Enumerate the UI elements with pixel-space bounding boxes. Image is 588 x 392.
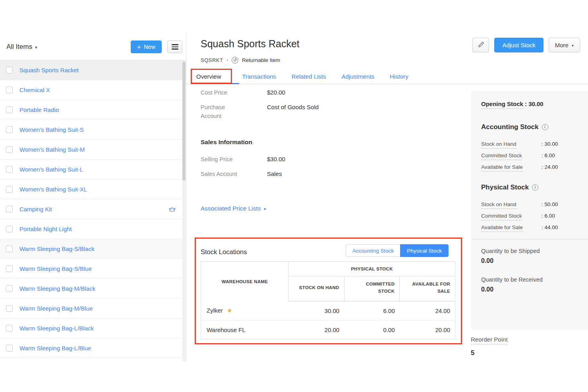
chevron-down-icon: ▾ <box>572 43 574 48</box>
item-label: Portable Radio <box>19 106 59 113</box>
item-label: Warm Sleeping Bag-M/Black <box>19 285 95 292</box>
list-item-portable-radio[interactable]: Portable Radio <box>0 100 186 120</box>
hamburger-icon <box>172 44 178 49</box>
item-checkbox[interactable] <box>6 106 13 113</box>
edit-item-button[interactable] <box>472 38 489 52</box>
list-item-womens-bathing-suit-m[interactable]: Women's Bathing Suit-M <box>0 140 186 160</box>
stat-value: : 6.00 <box>542 153 555 158</box>
item-checkbox[interactable] <box>6 87 13 93</box>
list-item-chemical-x[interactable]: Chemical X <box>0 80 186 100</box>
item-checkbox[interactable] <box>6 67 13 73</box>
stat-label: Stock on Hand <box>481 141 542 147</box>
item-label: Warm Sleeping Bag-L/Black <box>19 325 94 332</box>
list-item-womens-bathing-suit-xl[interactable]: Women's Bathing Suit-XL <box>0 180 186 199</box>
list-item-warm-sleeping-bag-l-blue[interactable]: Warm Sleeping Bag-L/Blue <box>0 338 186 358</box>
stock-on-hand-header: STOCK ON HAND <box>289 276 344 301</box>
item-checkbox[interactable] <box>6 305 13 312</box>
item-label: Warm Sleeping Bag-L/Blue <box>19 345 91 351</box>
reorder-point-value: 5 <box>471 349 508 357</box>
stat-value: : 44.00 <box>542 224 558 230</box>
sidebar-header: All Items ▾ + New <box>0 34 186 60</box>
info-icon[interactable] <box>532 184 538 191</box>
item-list: Squash Sports Racket Chemical X Portable… <box>0 60 186 358</box>
chevron-down-icon: ▾ <box>35 44 37 50</box>
physical-stock-toggle[interactable]: Physical Stock <box>400 244 449 257</box>
item-checkbox[interactable] <box>6 126 13 133</box>
stock-on-hand-cell: 30.00 <box>289 301 344 321</box>
available-for-sale-cell: 20.00 <box>400 321 455 340</box>
tab-history[interactable]: History <box>390 69 408 84</box>
stat-row: Committed Stock : 6.00 <box>481 213 580 219</box>
stat-label: Committed Stock <box>481 153 542 158</box>
primary-warehouse-star-icon: ★ <box>227 307 232 314</box>
reorder-point-label: Reorder Point <box>471 336 508 343</box>
active-tab-underline <box>191 83 239 84</box>
item-checkbox[interactable] <box>6 245 13 252</box>
list-item-portable-night-light[interactable]: Portable Night Light <box>0 219 186 239</box>
tab-adjustments[interactable]: Adjustments <box>342 69 375 84</box>
list-item-womens-bathing-suit-s[interactable]: Women's Bathing Suit-S <box>0 120 186 140</box>
tab-transactions[interactable]: Transactions <box>242 69 276 84</box>
quantity-to-be-shipped-label: Quantity to be Shipped <box>481 248 580 254</box>
item-label: Chemical X <box>19 87 50 93</box>
list-item-camping-kit[interactable]: Camping Kit <box>0 199 186 219</box>
item-checkbox[interactable] <box>6 146 13 153</box>
stock-locations-heading: Stock Locations <box>201 248 247 256</box>
list-item-warm-sleeping-bag-s-blue[interactable]: Warm Sleeping Bag-S/Blue <box>0 259 186 279</box>
item-label: Women's Bathing Suit-XL <box>19 186 87 193</box>
tab-overview[interactable]: Overview <box>191 69 227 84</box>
list-item-warm-sleeping-bag-s-black[interactable]: Warm Sleeping Bag-S/Black <box>0 239 186 259</box>
detail-row-sales-account: Sales Account Sales <box>201 170 439 178</box>
adjust-stock-button[interactable]: Adjust Stock <box>494 38 543 52</box>
stat-row: Available for Sale : 44.00 <box>481 224 580 230</box>
items-filter-dropdown[interactable]: All Items ▾ <box>6 43 37 51</box>
associated-price-lists-link[interactable]: Associated Price Lists ▸ <box>201 205 266 212</box>
bullet-separator: • <box>226 58 228 62</box>
returnable-item-badge: Returnable Item <box>242 57 280 63</box>
chevron-right-icon: ▸ <box>264 206 267 211</box>
detail-value: Sales <box>267 170 282 178</box>
warehouse-name-cell: Zylker ★ <box>201 301 289 321</box>
item-label: Warm Sleeping Bag-S/Black <box>19 245 95 252</box>
detail-value: $20.00 <box>267 88 285 97</box>
list-options-button[interactable] <box>167 41 182 53</box>
new-item-button[interactable]: + New <box>131 41 162 53</box>
item-checkbox[interactable] <box>6 285 13 292</box>
new-item-label: New <box>144 44 155 50</box>
list-item-womens-bathing-suit-l[interactable]: Women's Bathing Suit-L <box>0 160 186 180</box>
sidebar-scrollbar-thumb[interactable] <box>182 62 186 181</box>
item-checkbox[interactable] <box>6 166 13 173</box>
item-checkbox[interactable] <box>6 345 13 351</box>
info-icon[interactable] <box>542 124 548 130</box>
summary-divider <box>471 239 588 239</box>
item-checkbox[interactable] <box>6 226 13 232</box>
plus-icon: + <box>137 44 141 50</box>
item-checkbox[interactable] <box>6 186 13 193</box>
physical-stock-group-header: PHYSICAL STOCK <box>289 262 455 276</box>
sidebar-scrollbar-track[interactable] <box>182 61 186 361</box>
item-checkbox[interactable] <box>6 206 13 212</box>
stat-row: Committed Stock : 6.00 <box>481 153 580 158</box>
physical-stock-heading: Physical Stock <box>481 183 580 191</box>
stock-view-toggle: Accounting Stock Physical Stock <box>346 244 449 257</box>
more-button[interactable]: More ▾ <box>549 38 580 52</box>
item-details: Cost Price $20.00 Purchase Account Cost … <box>201 88 439 184</box>
list-item-warm-sleeping-bag-l-black[interactable]: Warm Sleeping Bag-L/Black <box>0 319 186 338</box>
item-label: Women's Bathing Suit-M <box>19 146 85 153</box>
accounting-stock-toggle[interactable]: Accounting Stock <box>346 244 400 257</box>
items-sidebar: All Items ▾ + New Squash Sports Racket <box>0 34 186 362</box>
returnable-item-icon: ↺ <box>232 57 238 64</box>
detail-label: Purchase Account <box>201 103 267 120</box>
tab-related-lists[interactable]: Related Lists <box>292 69 326 84</box>
opening-stock: Opening Stock : 30.00 <box>481 100 580 107</box>
stat-row: Stock on Hand : 30.00 <box>481 141 580 147</box>
item-checkbox[interactable] <box>6 325 13 332</box>
detail-label: Sales Account <box>201 170 267 178</box>
item-label: Warm Sleeping Bag-S/Blue <box>19 265 92 272</box>
zoho-inventory-app: All Items ▾ + New Squash Sports Racket <box>0 0 588 392</box>
list-item-warm-sleeping-bag-m-blue[interactable]: Warm Sleeping Bag-M/Blue <box>0 299 186 319</box>
opening-stock-value: : 30.00 <box>525 100 544 107</box>
list-item-warm-sleeping-bag-m-black[interactable]: Warm Sleeping Bag-M/Black <box>0 279 186 299</box>
item-checkbox[interactable] <box>6 265 13 272</box>
list-item-squash-sports-racket[interactable]: Squash Sports Racket <box>0 60 186 80</box>
